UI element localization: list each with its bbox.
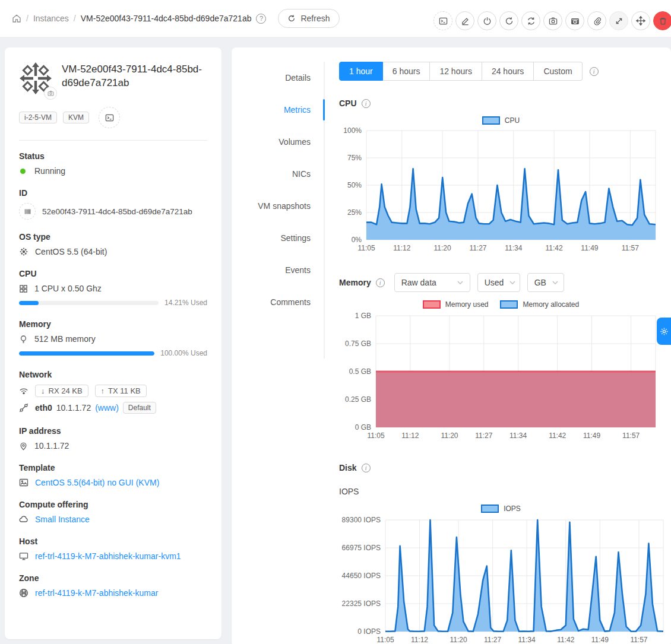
destroy-button[interactable] bbox=[653, 11, 671, 30]
svg-text:11:27: 11:27 bbox=[484, 636, 501, 644]
host-link[interactable]: ref-trl-4119-k-M7-abhishek-kumar-kvm1 bbox=[35, 551, 181, 561]
nic-ip: 10.1.1.72 bbox=[56, 403, 91, 413]
cpu-chart-plot: 11:0511:1211:2011:2711:3411:4211:4911:57… bbox=[339, 126, 663, 258]
vm-tags: i-2-5-VMKVM bbox=[19, 107, 207, 128]
cpu-value: 1 CPU x 0.50 Ghz bbox=[34, 284, 102, 293]
legend-memory-allocated[interactable]: Memory allocated bbox=[500, 300, 579, 309]
svg-text:44650 IOPS: 44650 IOPS bbox=[342, 572, 381, 580]
vm-tag: i-2-5-VM bbox=[19, 112, 57, 123]
tab-events[interactable]: Events bbox=[232, 254, 325, 286]
chevron-down-icon bbox=[457, 281, 463, 285]
svg-text:100%: 100% bbox=[343, 126, 362, 135]
barcode-icon bbox=[19, 203, 36, 220]
iops-chart-plot: 11:0511:1211:2011:2711:3411:4211:4911:57… bbox=[339, 514, 663, 644]
cpu-used-label: 14.21% Used bbox=[164, 299, 207, 307]
svg-text:11:12: 11:12 bbox=[401, 432, 419, 440]
status-section: Status Running bbox=[19, 151, 207, 176]
range-12-hours[interactable]: 12 hours bbox=[430, 62, 482, 81]
attach-iso-button[interactable] bbox=[587, 11, 606, 30]
id-section: ID 52e00f43-7911-4dc4-85bd-d69de7a721ab bbox=[19, 188, 207, 220]
svg-text:25%: 25% bbox=[347, 208, 362, 217]
cpu-grid-icon bbox=[19, 284, 28, 293]
vm-title: VM-52e00f43-7911-4dc4-85bd-d69de7a721ab bbox=[62, 62, 207, 96]
question-circle-icon[interactable]: ? bbox=[256, 14, 266, 24]
memory-progress bbox=[19, 351, 154, 356]
snapshot-button[interactable] bbox=[543, 11, 562, 30]
svg-text:11:49: 11:49 bbox=[581, 244, 598, 252]
svg-text:11:57: 11:57 bbox=[622, 244, 639, 252]
migrate-button[interactable] bbox=[631, 11, 650, 30]
svg-text:1 GB: 1 GB bbox=[355, 312, 371, 320]
tab-details[interactable]: Details bbox=[232, 62, 325, 94]
tx-tag: ↑TX 11 KB bbox=[95, 385, 147, 397]
breadcrumb-instances[interactable]: Instances bbox=[33, 14, 69, 23]
svg-text:11:34: 11:34 bbox=[518, 636, 536, 644]
stop-button[interactable] bbox=[477, 11, 496, 30]
cpu-chart: CPU 11:0511:1211:2011:2711:3411:4211:491… bbox=[339, 116, 663, 258]
tab-settings[interactable]: Settings bbox=[232, 222, 325, 254]
range-6-hours[interactable]: 6 hours bbox=[383, 62, 431, 81]
reinstall-button[interactable] bbox=[521, 11, 540, 30]
settings-drawer-button[interactable] bbox=[657, 318, 671, 345]
memory-select-1[interactable]: Used bbox=[477, 273, 520, 292]
scale-button bbox=[609, 11, 628, 30]
info-icon[interactable]: i bbox=[590, 67, 599, 76]
range-1-hour[interactable]: 1 hour bbox=[339, 62, 383, 81]
tab-nics[interactable]: NICs bbox=[232, 158, 325, 190]
disk-info-icon[interactable]: i bbox=[362, 464, 371, 472]
nic-default-tag: Default bbox=[123, 402, 156, 414]
memory-select-0[interactable]: Raw data bbox=[394, 273, 470, 292]
legend-cpu[interactable]: CPU bbox=[482, 116, 520, 125]
camera-clock-icon bbox=[571, 17, 580, 26]
svg-text:11:05: 11:05 bbox=[357, 244, 375, 252]
tab-vm-snapshots[interactable]: VM snapshots bbox=[232, 190, 325, 222]
svg-text:11:34: 11:34 bbox=[509, 432, 527, 440]
range-custom[interactable]: Custom bbox=[534, 62, 582, 81]
disk-chart-title: Disk bbox=[339, 463, 357, 472]
refresh-button[interactable]: Refresh bbox=[278, 9, 339, 28]
memory-chart-legend[interactable]: Memory usedMemory allocated bbox=[339, 300, 663, 309]
legend-memory-used[interactable]: Memory used bbox=[423, 300, 489, 309]
os-logo bbox=[19, 62, 53, 96]
metrics-pane: 1 hour6 hours12 hours24 hoursCustom i CP… bbox=[339, 62, 663, 644]
home-icon[interactable] bbox=[12, 14, 21, 23]
svg-text:11:05: 11:05 bbox=[367, 432, 384, 440]
camera-badge-icon[interactable] bbox=[44, 87, 57, 100]
memory-value: 512 MB memory bbox=[34, 334, 96, 344]
wifi-icon bbox=[19, 386, 29, 396]
camera-icon bbox=[549, 17, 558, 26]
console-tag-button[interactable] bbox=[99, 107, 120, 128]
arrow-up-icon: ↑ bbox=[101, 386, 105, 395]
console-button[interactable] bbox=[433, 11, 452, 30]
api-link-icon bbox=[19, 403, 29, 413]
tab-metrics[interactable]: Metrics bbox=[232, 94, 325, 126]
tab-volumes[interactable]: Volumes bbox=[232, 126, 325, 158]
nic-network-link[interactable]: (www) bbox=[95, 403, 119, 413]
legend-iops[interactable]: IOPS bbox=[481, 505, 521, 513]
range-24-hours[interactable]: 24 hours bbox=[482, 62, 534, 81]
ip-section: IP address 10.1.1.72 bbox=[19, 426, 207, 451]
template-link[interactable]: CentOS 5.5(64-bit) no GUI (KVM) bbox=[35, 478, 159, 487]
memory-info-icon[interactable]: i bbox=[376, 278, 385, 287]
offering-link[interactable]: Small Instance bbox=[35, 515, 90, 524]
rx-tag: ↓RX 24 KB bbox=[35, 385, 88, 397]
cpu-info-icon[interactable]: i bbox=[362, 99, 371, 108]
cpu-progress bbox=[19, 301, 159, 305]
host-section: Host ref-trl-4119-k-M7-abhishek-kumar-kv… bbox=[19, 537, 207, 561]
edit-button[interactable] bbox=[455, 11, 474, 30]
picture-icon bbox=[19, 478, 29, 487]
memory-select-2[interactable]: GB bbox=[527, 273, 564, 292]
recurring-snapshot-button[interactable] bbox=[565, 11, 584, 30]
svg-text:11:20: 11:20 bbox=[450, 636, 467, 644]
svg-text:11:49: 11:49 bbox=[583, 432, 600, 440]
iops-chart-legend[interactable]: IOPS bbox=[339, 505, 663, 513]
svg-text:66975 IOPS: 66975 IOPS bbox=[342, 544, 381, 552]
reboot-button[interactable] bbox=[499, 11, 518, 30]
tab-comments[interactable]: Comments bbox=[232, 286, 325, 318]
cpu-chart-legend[interactable]: CPU bbox=[339, 116, 663, 125]
memory-chart: Memory usedMemory allocated 11:0511:1211… bbox=[339, 300, 663, 445]
zone-link[interactable]: ref-trl-4119-k-M7-abhishek-kumar bbox=[35, 588, 158, 598]
svg-text:0 GB: 0 GB bbox=[355, 423, 371, 432]
svg-text:11:57: 11:57 bbox=[630, 636, 647, 644]
trash-icon bbox=[659, 17, 667, 26]
